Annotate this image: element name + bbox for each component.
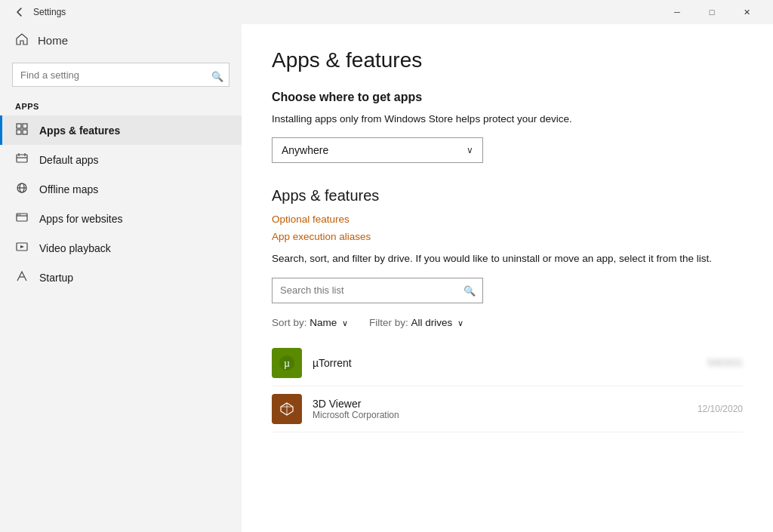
app-search-icon: 🔍	[463, 284, 476, 296]
utorrent-info: µTorrent	[313, 357, 697, 369]
svg-rect-4	[17, 155, 27, 162]
app-execution-link[interactable]: App execution aliases	[272, 231, 743, 242]
sidebar-item-startup[interactable]: Startup	[0, 263, 242, 292]
choose-apps-section: Choose where to get apps Installing apps…	[272, 91, 743, 163]
title-bar: Settings ─ □ ✕	[0, 0, 773, 24]
apps-features-icon	[15, 123, 29, 137]
video-playback-icon	[15, 241, 29, 255]
optional-features-link[interactable]: Optional features	[272, 214, 743, 225]
default-apps-icon	[15, 152, 29, 167]
startup-icon	[15, 270, 29, 284]
svg-marker-16	[20, 245, 24, 248]
choose-apps-title: Choose where to get apps	[272, 91, 743, 104]
app-list: µ µTorrent 5/9/2021	[272, 340, 743, 432]
svg-text:µ: µ	[284, 358, 290, 369]
svg-rect-3	[23, 130, 27, 134]
sidebar-label-video-playback: Video playback	[39, 242, 111, 254]
window-controls: ─ □ ✕	[660, 0, 764, 24]
sort-filter-row: Sort by: Name ∨ Filter by: All drives ∨	[272, 317, 743, 328]
sidebar-item-offline-maps[interactable]: Offline maps	[0, 174, 242, 204]
sort-chevron-icon: ∨	[342, 318, 348, 328]
content-area: Apps & features Choose where to get apps…	[242, 24, 773, 532]
3d-viewer-name: 3D Viewer	[313, 398, 687, 410]
offline-maps-icon	[15, 182, 29, 196]
sidebar: Home 🔍 Apps Apps & features	[0, 24, 242, 532]
filter-by-control[interactable]: Filter by: All drives ∨	[369, 317, 463, 328]
back-button[interactable]	[9, 2, 30, 23]
sidebar-item-default-apps[interactable]: Default apps	[0, 145, 242, 174]
apps-features-section: Apps & features Optional features App ex…	[272, 187, 743, 432]
home-label: Home	[38, 34, 68, 47]
search-box-wrapper: 🔍	[272, 278, 483, 303]
sidebar-label-offline-maps: Offline maps	[39, 183, 98, 195]
apps-for-websites-icon	[15, 211, 29, 226]
app-item-utorrent[interactable]: µ µTorrent 5/9/2021	[272, 340, 743, 386]
minimize-button[interactable]: ─	[660, 0, 694, 24]
sidebar-search-area: 🔍	[0, 57, 242, 96]
svg-point-13	[17, 214, 18, 215]
sidebar-label-default-apps: Default apps	[39, 154, 99, 166]
window-title: Settings	[33, 7, 660, 17]
app-search-input[interactable]	[272, 278, 483, 303]
svg-rect-1	[23, 124, 27, 128]
close-button[interactable]: ✕	[729, 0, 764, 24]
utorrent-name: µTorrent	[313, 357, 697, 369]
utorrent-date: 5/9/2021	[707, 358, 743, 368]
page-title: Apps & features	[272, 48, 743, 72]
filter-label: Filter by:	[369, 317, 408, 328]
home-icon	[15, 33, 29, 48]
choose-apps-description: Installing apps only from Windows Store …	[272, 112, 743, 127]
filter-value: All drives	[411, 317, 453, 328]
svg-point-14	[20, 214, 20, 215]
search-description: Search, sort, and filter by drive. If yo…	[272, 251, 743, 266]
apps-source-value: Anywhere	[282, 144, 328, 156]
svg-rect-2	[17, 130, 21, 134]
main-layout: Home 🔍 Apps Apps & features	[0, 24, 773, 532]
dropdown-chevron-icon: ∨	[467, 145, 473, 155]
app-item-3d-viewer[interactable]: 3D Viewer Microsoft Corporation 12/10/20…	[272, 386, 743, 432]
sidebar-section-apps: Apps	[0, 96, 242, 115]
3d-viewer-publisher: Microsoft Corporation	[313, 410, 687, 420]
sidebar-label-apps-for-websites: Apps for websites	[39, 213, 123, 225]
sort-label: Sort by:	[272, 317, 307, 328]
sidebar-item-video-playback[interactable]: Video playback	[0, 233, 242, 263]
utorrent-icon: µ	[272, 348, 302, 378]
3d-viewer-icon	[272, 394, 302, 424]
sidebar-item-apps-for-websites[interactable]: Apps for websites	[0, 204, 242, 233]
filter-chevron-icon: ∨	[457, 318, 463, 328]
sort-by-control[interactable]: Sort by: Name ∨	[272, 317, 348, 328]
svg-rect-0	[17, 124, 21, 128]
apps-section-title: Apps & features	[272, 187, 743, 204]
sidebar-item-home[interactable]: Home	[0, 24, 242, 57]
3d-viewer-info: 3D Viewer Microsoft Corporation	[313, 398, 687, 420]
3d-viewer-date: 12/10/2020	[698, 404, 743, 414]
sidebar-label-apps-features: Apps & features	[39, 125, 120, 137]
maximize-button[interactable]: □	[694, 0, 729, 24]
sidebar-search-icon: 🔍	[211, 71, 223, 82]
apps-source-dropdown[interactable]: Anywhere ∨	[272, 137, 483, 163]
sidebar-label-startup: Startup	[39, 272, 73, 284]
sidebar-item-apps-features[interactable]: Apps & features	[0, 115, 242, 145]
sort-value: Name	[310, 317, 337, 328]
sidebar-search-input[interactable]	[12, 63, 229, 87]
